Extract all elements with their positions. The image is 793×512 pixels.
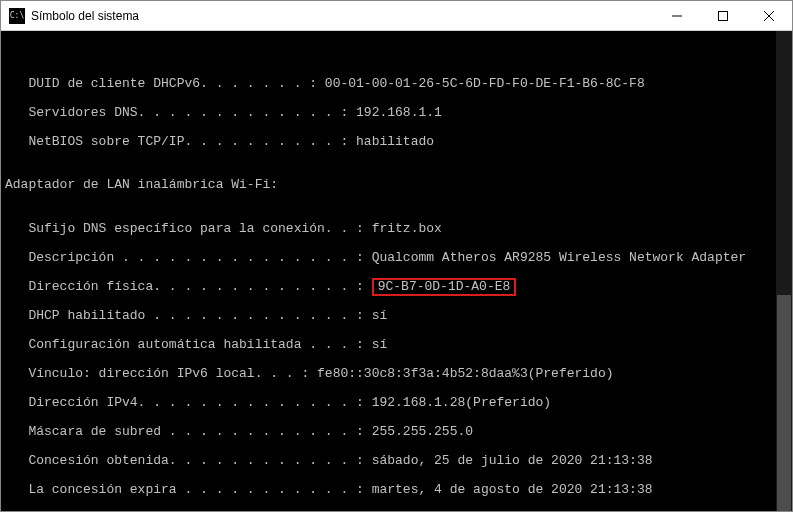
cmd-window: C:\ Símbolo del sistema DUID de cliente … (0, 0, 793, 512)
cmd-icon-label: C:\ (10, 11, 24, 20)
mac-address-highlight: 9C-B7-0D-1D-A0-E8 (372, 278, 517, 297)
output-line: Servidores DNS. . . . . . . . . . . . . … (5, 106, 792, 121)
output-line: La concesión expira . . . . . . . . . . … (5, 483, 792, 498)
output-line: Máscara de subred . . . . . . . . . . . … (5, 425, 792, 440)
output-line: Vínculo: dirección IPv6 local. . . : fe8… (5, 367, 792, 382)
output-line: Concesión obtenida. . . . . . . . . . . … (5, 454, 792, 469)
maximize-button[interactable] (700, 1, 746, 30)
output-line: Configuración automática habilitada . . … (5, 338, 792, 353)
output-line: Descripción . . . . . . . . . . . . . . … (5, 251, 792, 266)
cmd-icon: C:\ (9, 8, 25, 24)
adapter-header: Adaptador de LAN inalámbrica Wi-Fi: (5, 178, 792, 193)
titlebar[interactable]: C:\ Símbolo del sistema (1, 1, 792, 31)
svg-rect-1 (719, 11, 728, 20)
vertical-scrollbar[interactable] (776, 31, 792, 511)
window-title: Símbolo del sistema (31, 9, 654, 23)
physical-address-label: Dirección física. . . . . . . . . . . . … (5, 279, 364, 294)
output-line: DHCP habilitado . . . . . . . . . . . . … (5, 309, 792, 324)
terminal-area[interactable]: DUID de cliente DHCPv6. . . . . . . : 00… (1, 31, 792, 511)
physical-address-line: Dirección física. . . . . . . . . . . . … (5, 280, 792, 295)
output-line: Sufijo DNS específico para la conexión. … (5, 222, 792, 237)
window-controls (654, 1, 792, 30)
close-button[interactable] (746, 1, 792, 30)
minimize-button[interactable] (654, 1, 700, 30)
terminal-output: DUID de cliente DHCPv6. . . . . . . : 00… (5, 62, 792, 511)
output-line: Dirección IPv4. . . . . . . . . . . . . … (5, 396, 792, 411)
scrollbar-thumb[interactable] (777, 295, 791, 511)
output-line: NetBIOS sobre TCP/IP. . . . . . . . . . … (5, 135, 792, 150)
output-line: DUID de cliente DHCPv6. . . . . . . : 00… (5, 77, 792, 92)
